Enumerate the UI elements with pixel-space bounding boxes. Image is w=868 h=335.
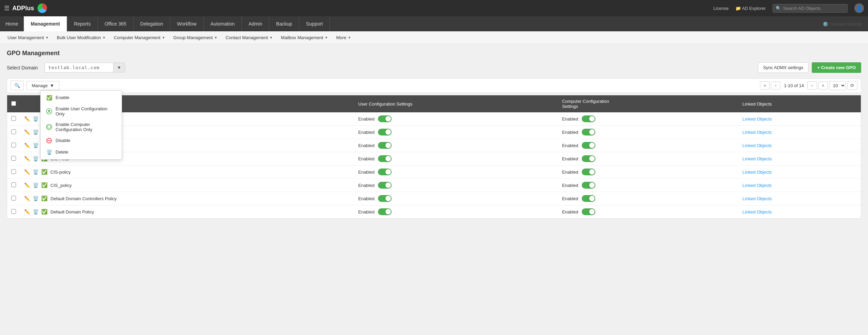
pagination: « ‹ 1-10 of 14 › » 10 25 50 ⟳ — [760, 81, 857, 90]
domain-settings-button[interactable]: ⚙️ Domain Settings — [823, 21, 863, 27]
user-config-toggle[interactable] — [378, 155, 392, 162]
license-link[interactable]: License — [713, 6, 729, 11]
linked-objects-link[interactable]: Linked Objects — [743, 143, 772, 148]
nav-support[interactable]: Support — [299, 16, 330, 31]
sub-nav-user-management[interactable]: User Management ▼ — [4, 33, 52, 42]
select-all-checkbox[interactable] — [11, 101, 16, 106]
sub-nav-computer[interactable]: Computer Management ▼ — [110, 33, 168, 42]
delete-row-icon[interactable]: 🗑️ — [33, 129, 39, 135]
user-avatar[interactable]: 👤 — [854, 3, 864, 13]
table-search-button[interactable]: 🔍 — [11, 81, 24, 90]
chevron-down-icon: ▼ — [269, 36, 273, 39]
computer-config-toggle[interactable] — [582, 208, 595, 215]
edit-icon[interactable]: ✏️ — [24, 169, 30, 175]
nav-delegation[interactable]: Delegation — [134, 16, 170, 31]
linked-objects-link[interactable]: Linked Objects — [743, 116, 772, 122]
chevron-down-icon: ▼ — [45, 36, 49, 39]
edit-icon[interactable]: ✏️ — [24, 182, 30, 188]
delete-row-icon[interactable]: 🗑️ — [33, 182, 39, 188]
nav-workflow[interactable]: Workflow — [170, 16, 203, 31]
first-page-button[interactable]: « — [760, 81, 770, 90]
nav-office365[interactable]: Office 365 — [98, 16, 134, 31]
search-input[interactable] — [783, 6, 844, 11]
sub-nav-bulk-user[interactable]: Bulk User Modification ▼ — [54, 33, 109, 42]
row-checkbox[interactable] — [11, 143, 16, 147]
dropdown-delete[interactable]: 🗑️ Delete — [41, 146, 122, 158]
user-config-toggle[interactable] — [378, 208, 392, 215]
delete-row-icon[interactable]: 🗑️ — [33, 156, 39, 161]
user-config-toggle[interactable] — [378, 129, 392, 135]
per-page-select[interactable]: 10 25 50 — [829, 81, 846, 90]
prev-page-button[interactable]: ‹ — [771, 81, 780, 90]
linked-objects-link[interactable]: Linked Objects — [743, 130, 772, 135]
computer-config-toggle[interactable] — [582, 155, 595, 162]
create-gpo-button[interactable]: + Create new GPO — [812, 62, 861, 73]
dropdown-disable[interactable]: Disable — [41, 135, 122, 146]
computer-config-toggle[interactable] — [582, 169, 595, 175]
user-config-toggle[interactable] — [378, 169, 392, 175]
computer-config-toggle[interactable] — [582, 142, 595, 149]
last-page-button[interactable]: » — [818, 81, 828, 90]
dropdown-enable-computer-config[interactable]: Enable Computer Configuration Only — [41, 119, 122, 135]
computer-config-cell: Enabled — [558, 126, 738, 139]
edit-icon[interactable]: ✏️ — [24, 129, 30, 135]
user-config-cell: Enabled — [354, 139, 558, 152]
dropdown-enable-user-config[interactable]: Enable User Configuration Only — [41, 103, 122, 119]
sub-nav-contact[interactable]: Contact Management ▼ — [222, 33, 276, 42]
chevron-down-icon: ▼ — [325, 36, 328, 39]
dropdown-enable[interactable]: ✅ Enable — [41, 92, 122, 103]
computer-config-toggle[interactable] — [582, 182, 595, 189]
row-checkbox[interactable] — [11, 209, 16, 214]
nav-automation[interactable]: Automation — [204, 16, 242, 31]
delete-row-icon[interactable]: 🗑️ — [33, 116, 39, 122]
refresh-button[interactable]: ⟳ — [847, 81, 857, 90]
linked-objects-link[interactable]: Linked Objects — [743, 156, 772, 161]
row-checkbox[interactable] — [11, 116, 16, 121]
sub-nav-group[interactable]: Group Management ▼ — [170, 33, 221, 42]
domain-dropdown-arrow[interactable]: ▼ — [113, 63, 125, 72]
manage-dropdown-wrapper: Manage ▼ ✅ Enable Enable User Configurat… — [27, 81, 59, 90]
edit-icon[interactable]: ✏️ — [24, 143, 30, 148]
delete-row-icon[interactable]: 🗑️ — [33, 143, 39, 148]
edit-icon[interactable]: ✏️ — [24, 156, 30, 161]
user-config-cell: Enabled — [354, 126, 558, 139]
row-checkbox[interactable] — [11, 156, 16, 161]
nav-management[interactable]: Management — [24, 16, 67, 31]
delete-row-icon[interactable]: 🗑️ — [33, 169, 39, 175]
edit-icon[interactable]: ✏️ — [24, 209, 30, 214]
user-config-toggle[interactable] — [378, 182, 392, 189]
edit-icon[interactable]: ✏️ — [24, 196, 30, 201]
user-config-toggle[interactable] — [378, 195, 392, 202]
row-checkbox[interactable] — [11, 182, 16, 187]
linked-objects-header: Linked Objects — [738, 95, 861, 112]
delete-row-icon[interactable]: 🗑️ — [33, 196, 39, 201]
row-checkbox[interactable] — [11, 169, 16, 174]
row-checkbox[interactable] — [11, 129, 16, 134]
computer-config-toggle[interactable] — [582, 129, 595, 135]
edit-icon[interactable]: ✏️ — [24, 116, 30, 122]
table-row: ✏️ 🗑️ ✅Default Domain Policy Enabled Ena… — [7, 205, 861, 219]
linked-objects-link[interactable]: Linked Objects — [743, 196, 772, 201]
linked-objects-link[interactable]: Linked Objects — [743, 183, 772, 188]
computer-config-toggle[interactable] — [582, 115, 595, 122]
ad-explorer-link[interactable]: 📁 AD Explorer — [735, 6, 766, 11]
domain-select-input[interactable] — [45, 63, 113, 72]
sub-nav-more[interactable]: More ▼ — [333, 33, 355, 42]
user-config-toggle[interactable] — [378, 115, 392, 122]
hamburger-icon[interactable]: ☰ — [4, 4, 10, 12]
manage-button[interactable]: Manage ▼ — [27, 81, 59, 90]
sync-admx-button[interactable]: Sync ADMX settings — [758, 62, 808, 73]
linked-objects-link[interactable]: Linked Objects — [743, 209, 772, 214]
nav-home[interactable]: Home — [0, 16, 24, 31]
row-checkbox[interactable] — [11, 196, 16, 201]
computer-config-toggle[interactable] — [582, 195, 595, 202]
nav-reports[interactable]: Reports — [67, 16, 98, 31]
user-config-toggle[interactable] — [378, 142, 392, 149]
next-page-button[interactable]: › — [807, 81, 817, 90]
nav-admin[interactable]: Admin — [242, 16, 270, 31]
sub-nav-mailbox[interactable]: Mailbox Management ▼ — [277, 33, 331, 42]
page-content: GPO Management Select Domain ▼ Sync ADMX… — [0, 44, 868, 224]
nav-backup[interactable]: Backup — [269, 16, 299, 31]
delete-row-icon[interactable]: 🗑️ — [33, 209, 39, 214]
linked-objects-link[interactable]: Linked Objects — [743, 170, 772, 175]
